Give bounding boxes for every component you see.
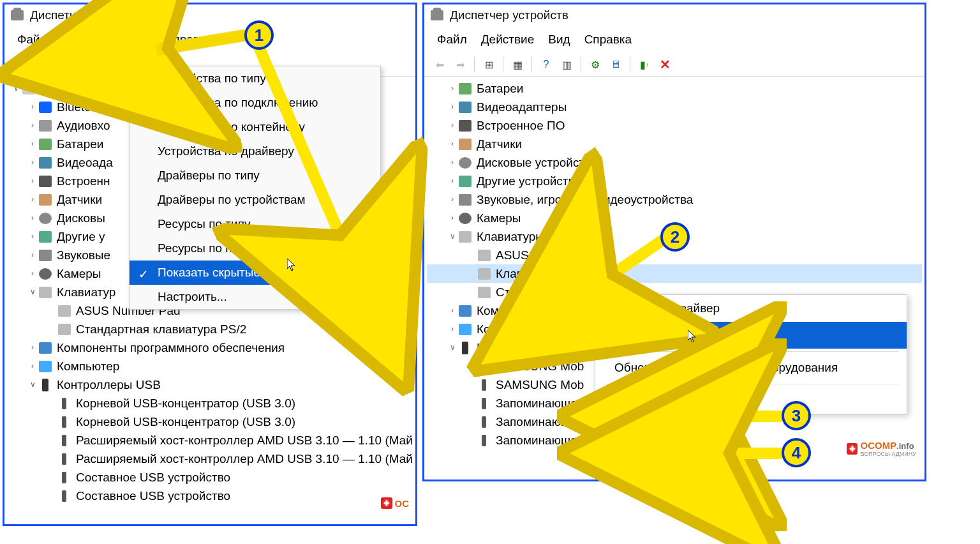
tree-disk[interactable]: Дисковые устройства [477, 153, 598, 172]
tree-soft[interactable]: Компоненты программного обеспечения [57, 338, 285, 357]
tree-keyboards[interactable]: Клавиатур [57, 283, 115, 301]
expand-icon[interactable]: › [446, 209, 459, 227]
tree-usb3[interactable]: Расширяемый хост-контроллер AMD USB 3.10… [76, 431, 413, 450]
tree-battery[interactable]: Батареи [477, 79, 523, 98]
tree-disk[interactable]: Дисковы [57, 209, 105, 227]
ctx-uninstall-device[interactable]: Удалить устройство [595, 322, 907, 349]
details-icon[interactable]: ⊞ [60, 56, 78, 73]
tree-comp[interactable]: Компьютер [57, 357, 119, 375]
scan-icon[interactable]: 🖥 [607, 56, 625, 73]
expand-icon[interactable]: ∨ [446, 227, 459, 246]
tree-video[interactable]: Видеоада [57, 153, 113, 172]
tree-camera[interactable]: Камеры [477, 209, 521, 227]
expand-icon[interactable]: › [26, 116, 39, 135]
update-driver-icon[interactable]: ⚙ [586, 56, 604, 73]
tree-keyboards[interactable]: Клавиатуры [477, 227, 544, 246]
help-icon[interactable]: ? [537, 56, 555, 73]
view-drv-dev[interactable]: Драйверы по устройствам [130, 188, 380, 212]
menu-help[interactable]: Справка [158, 29, 219, 50]
tree-other[interactable]: Другие устройства [477, 172, 581, 190]
expand-icon[interactable]: › [26, 190, 39, 209]
ctx-properties[interactable]: Свойства [595, 387, 907, 414]
menu-action[interactable]: Действие [55, 29, 121, 50]
tree-usb6[interactable]: Составное USB устройство [76, 487, 230, 505]
tree-soft[interactable]: Компоненты прогр [477, 301, 581, 320]
expand-icon[interactable]: › [446, 320, 459, 338]
ctx-rescan[interactable]: Обновить конфигурацию оборудования [595, 354, 907, 381]
expand-icon[interactable]: › [26, 172, 39, 190]
expand-icon[interactable]: › [446, 301, 459, 320]
ctx-update-driver[interactable]: Обновить драйвер [595, 295, 907, 322]
tree-sound[interactable]: Звуковые, игровые и видеоустройства [477, 190, 693, 209]
tree-kbd2[interactable]: Клавиатура HID [496, 264, 586, 283]
expand-icon[interactable]: › [446, 190, 459, 209]
tree-kbd2[interactable]: Стандартная клавиатура PS/2 [76, 320, 246, 338]
grid-icon[interactable]: ▦ [509, 56, 526, 73]
tree-root[interactable]: alex-pc [40, 79, 79, 98]
menu-file[interactable]: Файл [431, 29, 473, 50]
tree-usb1[interactable]: SAMSUNG Mob [496, 357, 584, 375]
view-by-conn[interactable]: Устройства по подключению [130, 91, 380, 115]
expand-icon[interactable]: ∨ [10, 79, 22, 98]
expand-icon[interactable]: › [446, 98, 459, 116]
expand-icon[interactable]: › [26, 246, 39, 264]
tree-usb5[interactable]: Составное USB устройство [76, 468, 230, 487]
view-drv-type[interactable]: Драйверы по типу [130, 163, 380, 188]
tree-firmware[interactable]: Встроенное ПО [477, 116, 565, 135]
tree-usb1[interactable]: Корневой USB-концентратор (USB 3.0) [76, 394, 295, 412]
expand-icon[interactable]: › [446, 116, 459, 135]
expand-icon[interactable]: › [26, 209, 39, 227]
expand-icon[interactable]: › [26, 264, 39, 283]
view-res-conn[interactable]: Ресурсы по подключению [130, 236, 380, 261]
view-by-drv[interactable]: Устройства по драйверу [130, 139, 380, 163]
view-by-cont[interactable]: Устройства по контейнеру [130, 115, 380, 139]
tree-firmware[interactable]: Встроенн [57, 172, 110, 190]
tree-usb4[interactable]: Запоминающее устройство для USB [496, 412, 702, 431]
tree-bluetooth[interactable]: Bluetooth [57, 98, 108, 116]
expand-icon[interactable]: › [446, 79, 459, 98]
uninstall-icon[interactable]: ✕ [656, 56, 674, 73]
expand-icon[interactable]: ∨ [26, 283, 39, 301]
menu-file[interactable]: Файл [11, 29, 54, 50]
tree-audio[interactable]: Аудиовхо [57, 116, 110, 135]
menu-action[interactable]: Действие [475, 29, 541, 50]
menu-help[interactable]: Справка [578, 29, 639, 50]
expand-icon[interactable]: › [26, 153, 39, 172]
tree-usb4[interactable]: Расширяемый хост-контроллер AMD USB 3.10… [76, 450, 413, 468]
pane-icon[interactable]: ▥ [558, 56, 575, 73]
expand-icon[interactable]: › [26, 227, 39, 246]
view-customize[interactable]: Настроить... [130, 285, 380, 309]
expand-icon[interactable]: › [446, 172, 459, 190]
expand-icon[interactable]: › [26, 135, 39, 153]
tree-usb2[interactable]: Корневой USB-концентратор (USB 3.0) [76, 412, 295, 431]
tree-sensors[interactable]: Датчики [477, 135, 522, 153]
expand-icon[interactable]: ∨ [446, 338, 459, 357]
expand-icon[interactable]: › [446, 153, 459, 172]
expand-icon[interactable]: › [26, 98, 39, 116]
tree-usb2[interactable]: SAMSUNG Mob [496, 375, 584, 394]
menu-view[interactable]: Вид [542, 29, 576, 50]
tree-usbctl[interactable]: Контроллеры USB [477, 338, 581, 357]
tree-comp[interactable]: Компьютер [477, 320, 539, 338]
expand-icon[interactable]: › [26, 338, 39, 357]
tree-usb5[interactable]: Запоминающее устройство для USB [496, 431, 702, 450]
tree-usbctl[interactable]: Контроллеры USB [57, 375, 161, 394]
help-icon[interactable]: ? [89, 56, 107, 73]
menu-view[interactable]: Вид [122, 29, 156, 50]
tree-video[interactable]: Видеоадаптеры [477, 98, 567, 116]
tree-battery[interactable]: Батареи [57, 135, 103, 153]
tree-camera[interactable]: Камеры [57, 264, 101, 283]
tree-sensors[interactable]: Датчики [57, 190, 102, 209]
tree-kbd3[interactable]: Стандартная кл [496, 283, 585, 301]
enable-icon[interactable]: ▮↑ [635, 56, 653, 73]
expand-icon[interactable]: › [446, 135, 459, 153]
expand-icon[interactable]: ∨ [26, 375, 39, 394]
view-by-type[interactable]: Устройства по типу [130, 66, 380, 91]
tree-sound[interactable]: Звуковые [57, 246, 110, 264]
tree-kbd1[interactable]: ASUS Number Pad [496, 246, 600, 264]
details-icon[interactable]: ⊞ [480, 56, 498, 73]
view-res-type[interactable]: Ресурсы по типу [130, 212, 380, 236]
view-show-hidden[interactable]: ✓Показать скрытые устройства [130, 261, 380, 285]
expand-icon[interactable]: › [26, 357, 39, 375]
tree-other[interactable]: Другие у [57, 227, 105, 246]
